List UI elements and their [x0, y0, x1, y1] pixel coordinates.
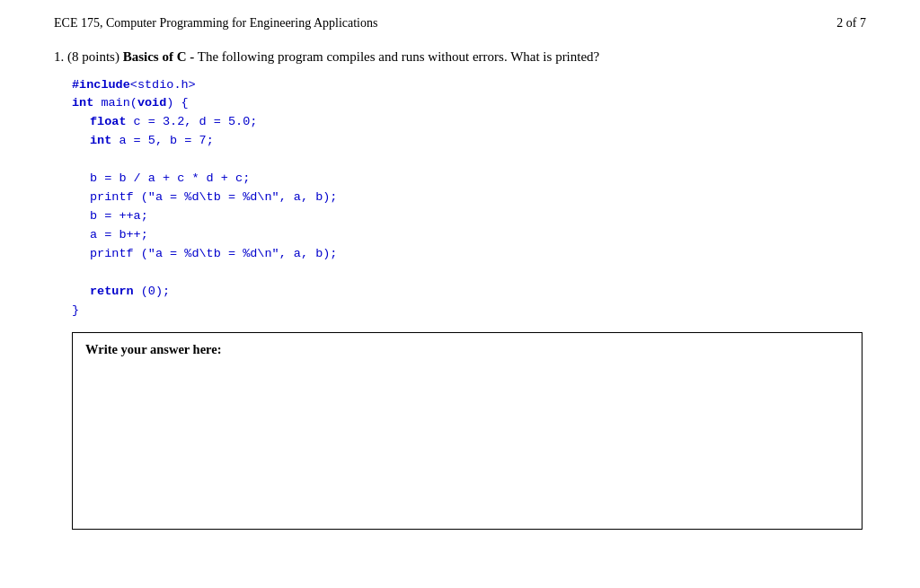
int-keyword-1: int — [72, 96, 93, 110]
question-description: The following program compiles and runs … — [198, 49, 600, 64]
code-block: #include<stdio.h> int main(void) { float… — [72, 76, 866, 320]
question-number: 1. — [54, 49, 64, 64]
code-line-10: printf ("a = %d\tb = %d\n", a, b); — [90, 245, 866, 264]
question-section: 1. (8 points) Basics of C - The followin… — [54, 47, 866, 530]
float-keyword: float — [90, 115, 127, 128]
code-line-9: a = b++; — [90, 226, 866, 245]
code-line-4: int a = 5, b = 7; — [90, 132, 866, 151]
answer-box: Write your answer here: — [72, 332, 862, 530]
question-text: 1. (8 points) Basics of C - The followin… — [54, 47, 866, 67]
code-line-6: b = b / a + c * d + c; — [90, 170, 866, 189]
header-page: 2 of 7 — [836, 16, 866, 31]
header: ECE 175, Computer Programming for Engine… — [54, 16, 866, 31]
code-line-11 — [72, 264, 866, 283]
code-line-8: b = ++a; — [90, 207, 866, 226]
code-line-12: return (0); — [90, 283, 866, 302]
code-line-5 — [72, 151, 866, 170]
code-line-7: printf ("a = %d\tb = %d\n", a, b); — [90, 189, 866, 207]
question-bold: Basics of C - — [123, 49, 195, 64]
answer-box-label: Write your answer here: — [85, 342, 222, 356]
void-keyword: void — [137, 96, 166, 110]
return-keyword: return — [90, 285, 134, 298]
code-line-1: #include<stdio.h> — [72, 76, 866, 95]
code-line-13: } — [72, 302, 866, 320]
int-keyword-2: int — [90, 134, 111, 147]
code-line-3: float c = 3.2, d = 5.0; — [90, 113, 866, 132]
page: ECE 175, Computer Programming for Engine… — [0, 0, 920, 588]
question-points: (8 points) — [67, 49, 119, 64]
code-line-2: int main(void) { — [72, 94, 866, 113]
include-keyword: #include — [72, 78, 130, 92]
header-title: ECE 175, Computer Programming for Engine… — [54, 16, 377, 31]
